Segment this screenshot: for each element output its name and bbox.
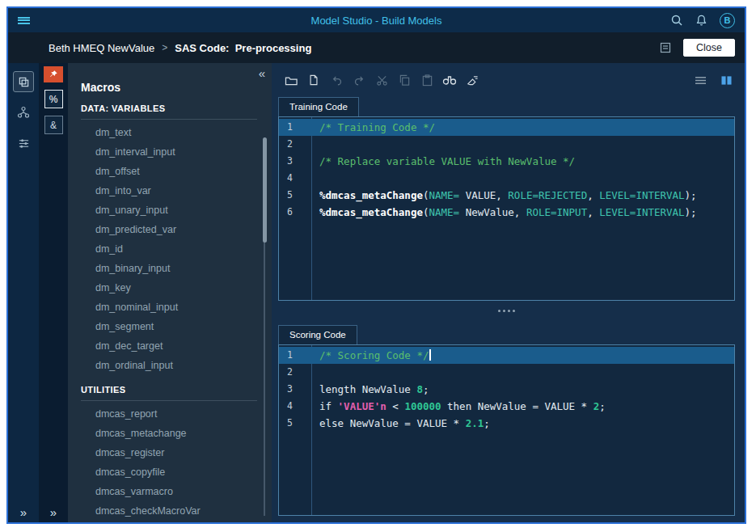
macro-item[interactable]: dm_binary_input bbox=[68, 259, 272, 278]
macro-item[interactable]: dm_ordinal_input bbox=[68, 356, 272, 375]
line-number: 1 bbox=[279, 347, 311, 364]
line-content bbox=[311, 364, 319, 381]
line-content: %dmcas_metaChange(NAME= NewValue, ROLE=I… bbox=[311, 204, 697, 221]
line-number: 3 bbox=[279, 381, 311, 398]
cut-icon[interactable] bbox=[372, 70, 391, 90]
app-window: Model Studio - Build Models B Beth HMEQ … bbox=[6, 6, 746, 524]
breadcrumb-separator: > bbox=[162, 42, 167, 53]
search-icon[interactable] bbox=[670, 14, 683, 27]
line-content: /* Scoring Code */ bbox=[311, 347, 431, 364]
code-line[interactable]: 3length NewValue 8; bbox=[279, 381, 734, 398]
macro-item[interactable]: dm_into_var bbox=[68, 181, 272, 201]
breadcrumb-project[interactable]: Beth HMEQ NewValue bbox=[49, 42, 154, 54]
redo-icon[interactable] bbox=[349, 70, 369, 90]
macro-item[interactable]: dmcas_checkMacroVar bbox=[68, 501, 272, 521]
code-line[interactable]: 2 bbox=[279, 136, 734, 153]
text-cursor bbox=[429, 349, 431, 361]
panel-title: Macros bbox=[81, 81, 272, 94]
tab-scoring-code[interactable]: Scoring Code bbox=[278, 325, 357, 344]
line-content: if 'VALUE'n < 100000 then NewValue = VAL… bbox=[311, 398, 606, 415]
app-title: Model Studio - Build Models bbox=[8, 15, 745, 27]
data-pane-icon[interactable] bbox=[13, 71, 34, 92]
clear-icon[interactable] bbox=[462, 70, 482, 90]
snippets-tab[interactable]: & bbox=[44, 116, 63, 134]
code-editor-area: Training Code 1/* Training Code */23/* R… bbox=[272, 63, 745, 522]
left-icon-rail: » bbox=[8, 63, 39, 522]
panel-tab-strip: % & » bbox=[39, 63, 68, 522]
breadcrumb-bar: Beth HMEQ NewValue > SAS Code: Pre-proce… bbox=[8, 32, 745, 63]
code-line[interactable]: 3/* Replace variable VALUE with NewValue… bbox=[279, 153, 734, 170]
settings-icon[interactable] bbox=[13, 133, 34, 154]
macro-item[interactable]: dmcas_report bbox=[68, 404, 272, 424]
undo-icon[interactable] bbox=[327, 70, 346, 90]
scoring-code-editor[interactable]: 1/* Scoring Code */23length NewValue 8;4… bbox=[278, 344, 735, 516]
macro-item[interactable]: dm_key bbox=[68, 278, 272, 298]
line-number: 4 bbox=[279, 170, 311, 187]
code-line[interactable]: 4if 'VALUE'n < 100000 then NewValue = VA… bbox=[279, 398, 734, 415]
paste-icon[interactable] bbox=[417, 70, 437, 90]
macro-item[interactable]: dm_dec_target bbox=[68, 336, 272, 356]
pipeline-icon[interactable] bbox=[13, 102, 34, 123]
line-content: /* Replace variable VALUE with NewValue … bbox=[311, 153, 575, 170]
top-app-bar: Model Studio - Build Models B bbox=[8, 8, 745, 32]
rail-expand-icon[interactable]: » bbox=[8, 505, 39, 519]
code-line[interactable]: 5%dmcas_metaChange(NAME= VALUE, ROLE=REJ… bbox=[279, 187, 734, 204]
tab-training-code[interactable]: Training Code bbox=[278, 97, 359, 116]
code-line[interactable]: 6%dmcas_metaChange(NAME= NewValue, ROLE=… bbox=[279, 204, 734, 221]
line-number: 5 bbox=[279, 415, 311, 432]
line-number: 6 bbox=[279, 204, 311, 221]
line-number: 2 bbox=[279, 364, 311, 381]
macros-sections: DATA: VARIABLESdm_textdm_interval_inputd… bbox=[68, 103, 272, 521]
macros-panel: « Macros DATA: VARIABLESdm_textdm_interv… bbox=[68, 63, 272, 522]
close-button[interactable]: Close bbox=[683, 39, 735, 57]
collapse-panel-icon[interactable]: « bbox=[259, 66, 265, 80]
macro-item[interactable]: dmcas_varmacro bbox=[68, 482, 272, 501]
notes-icon[interactable] bbox=[659, 41, 672, 54]
line-number: 1 bbox=[279, 119, 311, 136]
find-icon[interactable] bbox=[440, 70, 459, 90]
macro-item[interactable]: dm_segment bbox=[68, 317, 272, 336]
macro-item[interactable]: dm_nominal_input bbox=[68, 298, 272, 317]
copy-icon[interactable] bbox=[395, 70, 414, 90]
line-number: 2 bbox=[279, 136, 311, 153]
line-content: /* Training Code */ bbox=[311, 119, 435, 136]
macro-item[interactable]: dm_interval_input bbox=[68, 142, 272, 162]
training-code-editor[interactable]: 1/* Training Code */23/* Replace variabl… bbox=[278, 116, 735, 301]
single-view-icon[interactable] bbox=[691, 71, 709, 89]
user-avatar[interactable]: B bbox=[720, 13, 735, 28]
macro-item[interactable]: dmcas_register bbox=[68, 443, 272, 462]
code-line[interactable]: 1/* Training Code */ bbox=[279, 119, 734, 136]
line-content bbox=[311, 170, 319, 187]
macro-item[interactable]: dm_offset bbox=[68, 162, 272, 181]
macro-item[interactable]: dmcas_metachange bbox=[68, 424, 272, 443]
panel-scrollbar-thumb[interactable] bbox=[263, 137, 267, 243]
macro-item[interactable]: dmcas_copyfile bbox=[68, 462, 272, 482]
line-content bbox=[311, 136, 319, 153]
code-line[interactable]: 5else NewValue = VALUE * 2.1; bbox=[279, 415, 734, 432]
notifications-icon[interactable] bbox=[695, 14, 707, 27]
panel-expand-icon[interactable]: » bbox=[39, 505, 68, 519]
editor-toolbar bbox=[278, 68, 735, 92]
code-line[interactable]: 2 bbox=[279, 364, 734, 381]
section-header: UTILITIES bbox=[81, 385, 257, 401]
macro-item[interactable]: dm_predicted_var bbox=[68, 220, 272, 239]
macro-item[interactable]: dm_unary_input bbox=[68, 201, 272, 220]
pin-icon[interactable] bbox=[44, 66, 63, 82]
open-icon[interactable] bbox=[281, 70, 301, 90]
code-line[interactable]: 1/* Scoring Code */ bbox=[279, 347, 734, 364]
training-tab-row: Training Code bbox=[278, 97, 735, 116]
line-number: 5 bbox=[279, 187, 311, 204]
line-content: length NewValue 8; bbox=[311, 381, 429, 398]
split-view-icon[interactable] bbox=[717, 71, 735, 89]
macro-item[interactable]: dm_text bbox=[68, 123, 272, 142]
save-icon[interactable] bbox=[304, 70, 323, 90]
code-lines: 1/* Training Code */23/* Replace variabl… bbox=[279, 117, 734, 221]
section-header: DATA: VARIABLES bbox=[81, 103, 257, 120]
macros-tab[interactable]: % bbox=[44, 90, 63, 108]
macro-item[interactable]: dm_id bbox=[68, 239, 272, 259]
code-line[interactable]: 4 bbox=[279, 170, 734, 187]
pane-splitter-handle[interactable] bbox=[278, 301, 735, 320]
line-content: else NewValue = VALUE * 2.1; bbox=[311, 415, 490, 432]
scoring-tab-row: Scoring Code bbox=[278, 325, 735, 344]
code-lines: 1/* Scoring Code */23length NewValue 8;4… bbox=[279, 345, 734, 432]
